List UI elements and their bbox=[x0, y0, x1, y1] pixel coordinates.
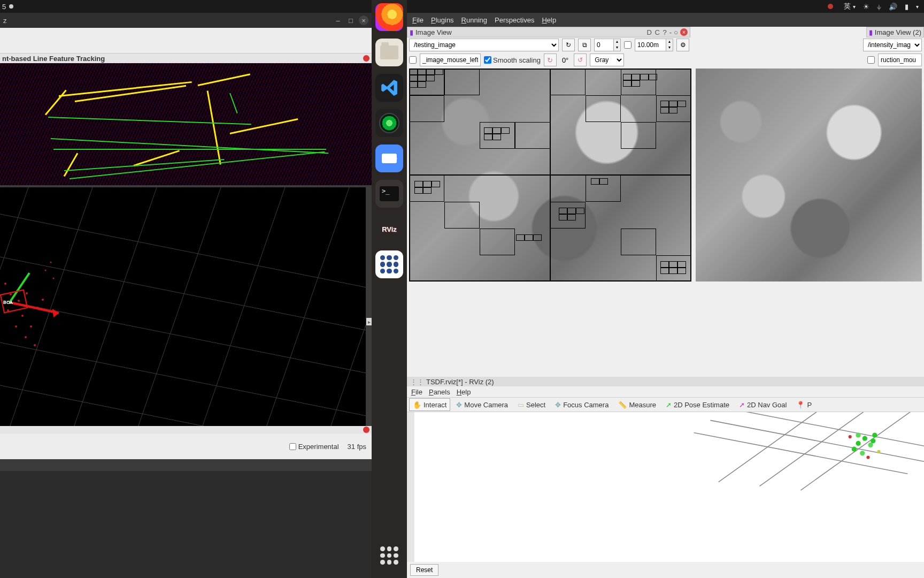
system-top-bar: 5 英 ▾ ☀ ⏚ 🔊 ▮ ▾ bbox=[0, 0, 924, 13]
volume-icon[interactable]: 🔊 bbox=[889, 3, 897, 11]
svg-line-4 bbox=[0, 380, 366, 426]
nav-arrow-icon: ➚ bbox=[739, 401, 745, 409]
svg-point-24 bbox=[15, 325, 17, 328]
window-titlebar[interactable]: z – □ × bbox=[0, 13, 372, 28]
svg-point-47 bbox=[856, 432, 860, 437]
rviz-3d-canvas[interactable]: ᴮᴼᴬ bbox=[0, 187, 366, 426]
wifi-icon[interactable]: ⏚ bbox=[877, 3, 881, 11]
svg-point-18 bbox=[4, 283, 6, 285]
zoom-spinner[interactable]: ▴▾ bbox=[635, 39, 673, 51]
save-image-button[interactable]: ⧉ bbox=[578, 39, 591, 51]
svg-line-6 bbox=[0, 187, 96, 426]
firefox-icon[interactable] bbox=[375, 3, 403, 31]
mouse-topic-input[interactable] bbox=[420, 54, 481, 66]
dock-minimize-icon[interactable]: - bbox=[669, 28, 672, 36]
maximize-button[interactable]: □ bbox=[346, 16, 356, 25]
close-button[interactable]: × bbox=[359, 16, 368, 25]
experimental-checkbox-input[interactable] bbox=[289, 443, 296, 450]
panel-footer bbox=[0, 426, 372, 434]
topic-select[interactable]: /testing_image bbox=[409, 39, 559, 51]
spinner-up-icon[interactable]: ▴ bbox=[614, 39, 620, 45]
svg-line-7 bbox=[64, 187, 160, 426]
spinner-down-icon[interactable]: ▾ bbox=[614, 45, 620, 51]
publish-point-tool[interactable]: 📍P bbox=[792, 398, 815, 411]
pose-estimate-tool[interactable]: ➚2D Pose Estimate bbox=[662, 398, 733, 411]
svg-point-25 bbox=[25, 336, 27, 338]
vscode-icon[interactable] bbox=[375, 74, 403, 102]
mouse-topic-input2[interactable] bbox=[878, 54, 922, 66]
svg-point-46 bbox=[871, 438, 875, 443]
dock-close-icon[interactable]: × bbox=[680, 28, 688, 36]
minimize-button[interactable]: – bbox=[333, 16, 343, 25]
record-indicator-icon[interactable] bbox=[363, 427, 369, 433]
rviz-icon[interactable]: RViz bbox=[375, 215, 403, 243]
menu-file[interactable]: File bbox=[412, 16, 424, 24]
image-view-dock-header[interactable]: ▮ Image View D C ? - ○ × bbox=[407, 27, 690, 37]
svg-point-21 bbox=[50, 262, 52, 263]
battery-icon[interactable]: ▮ bbox=[905, 3, 908, 11]
system-menu-chevron-icon[interactable]: ▾ bbox=[916, 4, 919, 10]
line-feature-canvas[interactable] bbox=[0, 63, 372, 185]
svg-line-36 bbox=[719, 412, 834, 482]
focus-camera-tool[interactable]: ✥Focus Camera bbox=[551, 398, 612, 411]
image-view2-dock-header[interactable]: ▮ Image View (2) bbox=[866, 27, 924, 37]
interact-tool[interactable]: ✋Interact bbox=[409, 398, 450, 411]
num-spinner[interactable]: ▴▾ bbox=[594, 39, 621, 51]
menu-help[interactable]: Help bbox=[457, 388, 471, 396]
rviz2-viewport[interactable]: ▸ bbox=[407, 412, 924, 562]
menu-file[interactable]: File bbox=[411, 388, 422, 396]
zoom-icon[interactable] bbox=[375, 144, 403, 172]
unknown-checkbox1[interactable] bbox=[624, 41, 632, 49]
settings-button[interactable]: ⚙ bbox=[676, 39, 689, 51]
rviz-toolbar bbox=[0, 28, 372, 54]
pose-arrow-icon: ➚ bbox=[666, 401, 672, 409]
refresh-button[interactable]: ↻ bbox=[562, 39, 575, 51]
dock-dco-icons[interactable]: D C ? bbox=[647, 28, 667, 36]
panel-title-text: nt-based Line Feature Tracking bbox=[2, 55, 105, 63]
grid-app-icon[interactable] bbox=[375, 250, 403, 278]
move-camera-tool[interactable]: ✥Move Camera bbox=[452, 398, 512, 411]
image-view-toolbar2: Smooth scaling ↻ 0° ↺ Gray bbox=[407, 52, 924, 67]
nav-goal-tool[interactable]: ➚2D Nav Goal bbox=[735, 398, 790, 411]
dock-restore-icon[interactable]: ○ bbox=[674, 28, 678, 36]
rviz2-titlebar[interactable]: ⋮⋮ TSDF.rviz[*] - RViz (2) bbox=[407, 377, 924, 386]
record-indicator-icon[interactable] bbox=[363, 55, 369, 62]
zoom-input[interactable] bbox=[635, 39, 666, 51]
topic2-select[interactable]: /intensity_imag bbox=[863, 39, 922, 51]
menu-plugins[interactable]: Plugins bbox=[431, 16, 454, 24]
colormap-select[interactable]: Gray bbox=[590, 54, 624, 66]
mouse-checkbox2[interactable] bbox=[867, 56, 875, 64]
svg-point-20 bbox=[42, 299, 44, 301]
svg-line-3 bbox=[0, 337, 366, 423]
spinner-up-icon[interactable]: ▴ bbox=[666, 39, 673, 45]
show-applications-icon[interactable] bbox=[375, 542, 403, 569]
panel-header[interactable]: nt-based Line Feature Tracking bbox=[0, 54, 372, 63]
svg-point-42 bbox=[860, 451, 865, 455]
menu-help[interactable]: Help bbox=[542, 16, 556, 24]
measure-tool[interactable]: 📏Measure bbox=[614, 398, 660, 411]
select-tool[interactable]: ▭Select bbox=[514, 398, 549, 411]
num-spinner-input[interactable] bbox=[594, 39, 613, 51]
menu-panels[interactable]: Panels bbox=[429, 388, 450, 396]
experimental-checkbox[interactable]: Experimental bbox=[289, 443, 339, 451]
files-icon[interactable] bbox=[375, 39, 403, 66]
ime-indicator[interactable]: 英 ▾ bbox=[844, 2, 856, 11]
reset-button[interactable]: Reset bbox=[410, 564, 438, 576]
menu-running[interactable]: Running bbox=[461, 16, 487, 24]
mouse-checkbox[interactable] bbox=[409, 56, 417, 64]
panel-expand-handle[interactable]: ▸ bbox=[408, 428, 411, 434]
rviz2-menubar: File Panels Help bbox=[407, 386, 924, 397]
rotate-cw-button[interactable]: ↻ bbox=[544, 54, 557, 66]
expand-handle[interactable]: ▸ bbox=[366, 318, 372, 325]
smooth-scaling-checkbox[interactable]: Smooth scaling bbox=[484, 56, 541, 64]
image-view-secondary[interactable] bbox=[696, 69, 922, 282]
camera-app-icon[interactable] bbox=[375, 109, 403, 137]
svg-line-27 bbox=[10, 302, 59, 313]
image-view-main[interactable] bbox=[409, 69, 691, 282]
menu-perspectives[interactable]: Perspectives bbox=[495, 16, 534, 24]
brightness-icon[interactable]: ☀ bbox=[863, 3, 869, 11]
spinner-down-icon[interactable]: ▾ bbox=[666, 45, 673, 51]
recording-indicator-icon[interactable] bbox=[828, 4, 833, 9]
rotate-ccw-button[interactable]: ↺ bbox=[574, 54, 587, 66]
terminal-icon[interactable]: >_ bbox=[375, 180, 403, 208]
